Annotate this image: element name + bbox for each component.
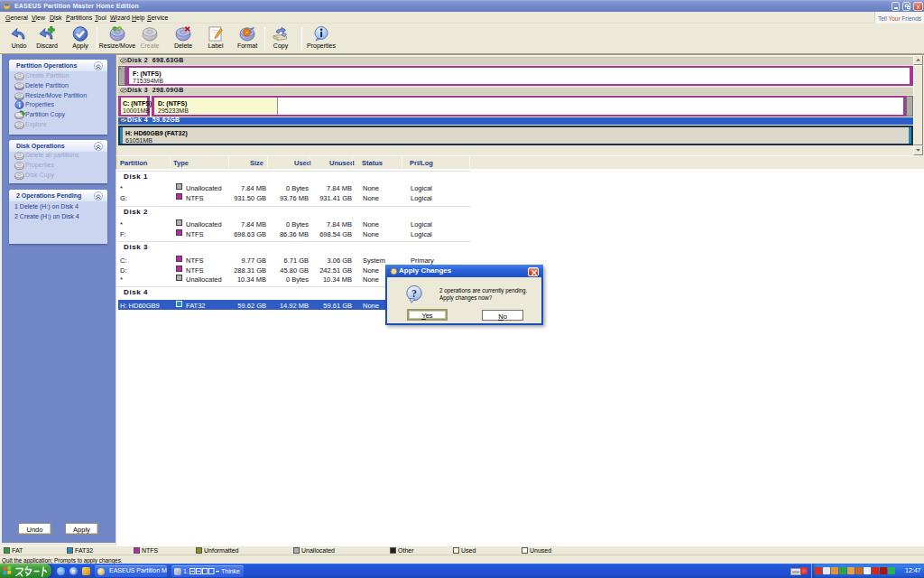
svg-text:Thinke...: Thinke... [221, 568, 241, 574]
svg-text:1.: 1. [183, 568, 189, 574]
svg-text:?: ? [411, 287, 417, 300]
